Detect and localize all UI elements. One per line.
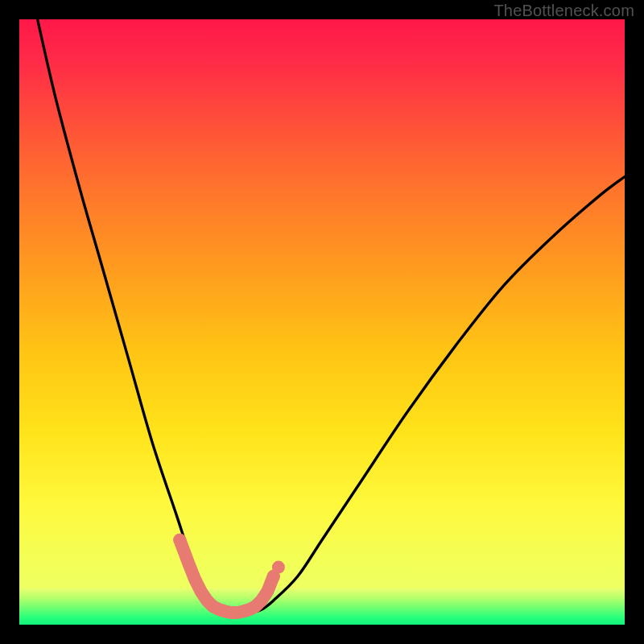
chart-svg: [19, 19, 625, 625]
gradient-background: [19, 19, 625, 625]
chart-frame: TheBottleneck.com: [0, 0, 644, 644]
plot-area: [19, 19, 625, 625]
marker-dot: [272, 561, 285, 574]
watermark-text: TheBottleneck.com: [493, 2, 634, 20]
green-band: [19, 588, 625, 625]
marker-dot: [173, 534, 186, 547]
